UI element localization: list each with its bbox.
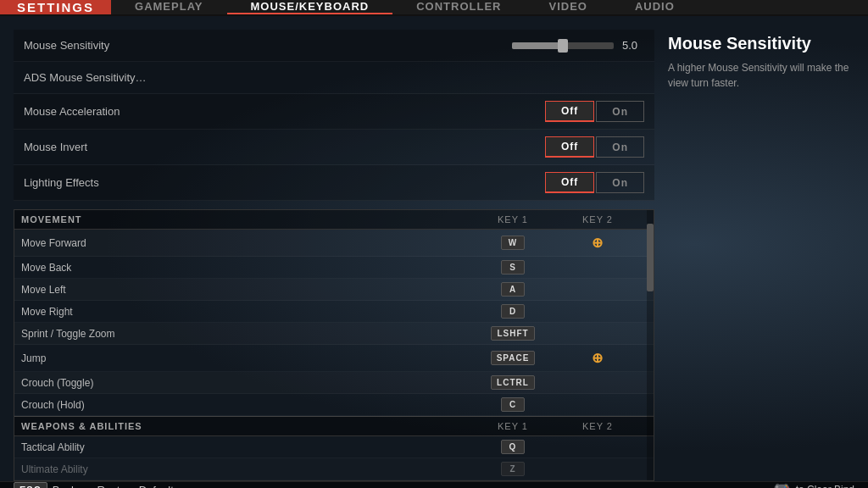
clear-bind-text: to Clear Bind [796, 484, 854, 488]
action-crouch-hold: Crouch (Hold) [21, 399, 470, 411]
mouse-invert-off[interactable]: Off [545, 136, 594, 158]
key1-move-right[interactable]: D [470, 304, 555, 319]
mouse-invert-on[interactable]: On [596, 136, 644, 158]
nav-tabs: GAMEPLAY MOUSE/KEYBOARD CONTROLLER VIDEO… [111, 0, 868, 14]
key-badge-d: D [501, 304, 525, 319]
lighting-effects-on[interactable]: On [596, 172, 644, 193]
key-badge-z: Z [501, 462, 525, 476]
controller-hint-icon: 🎮 [772, 480, 791, 488]
esc-key-badge: ESC [14, 482, 47, 488]
movement-header: MOVEMENT KEY 1 KEY 2 [14, 210, 654, 230]
mouse-acceleration-on[interactable]: On [596, 101, 644, 122]
keybind-row-ultimate: Ultimate Ability Z [14, 458, 654, 480]
mouse-acceleration-row: Mouse Acceleration Off On [14, 94, 654, 130]
lighting-effects-off[interactable]: Off [545, 172, 594, 193]
slider-fill [512, 42, 563, 49]
weapons-key1-col: KEY 1 [470, 421, 555, 431]
weapons-title: WEAPONS & ABILITIES [21, 421, 470, 431]
key1-sprint[interactable]: LSHFT [470, 326, 555, 341]
clear-bind-hint: 🎮 to Clear Bind [772, 480, 854, 488]
action-jump: Jump [21, 352, 470, 364]
tab-gameplay[interactable]: GAMEPLAY [111, 0, 226, 14]
tab-mouse-keyboard[interactable]: MOUSE/KEYBOARD [227, 0, 393, 14]
back-label: Back [53, 484, 77, 489]
left-panel: Mouse Sensitivity 5.0 ADS Mouse Sensitiv… [14, 30, 654, 481]
top-bar: SETTINGS GAMEPLAY MOUSE/KEYBOARD CONTROL… [0, 0, 868, 16]
mouse-invert-label: Mouse Invert [24, 141, 545, 153]
scrollbar-thumb [647, 224, 654, 291]
right-panel: Mouse Sensitivity A higher Mouse Sensiti… [668, 30, 854, 481]
key-badge-c: C [501, 397, 525, 412]
settings-title: SETTINGS [0, 0, 111, 14]
key2-move-forward[interactable]: ⊕ [555, 233, 640, 252]
action-crouch-toggle: Crouch (Toggle) [21, 377, 470, 389]
key1-move-back[interactable]: S [470, 260, 555, 274]
lighting-effects-toggle: Off On [545, 172, 644, 193]
mouse-acceleration-off[interactable]: Off [545, 101, 594, 122]
keybind-row-move-forward: Move Forward W ⊕ [14, 230, 654, 257]
action-move-back: Move Back [21, 262, 470, 274]
app-container: SETTINGS GAMEPLAY MOUSE/KEYBOARD CONTROL… [0, 0, 868, 488]
mouse-sensitivity-value: 5.0 [622, 39, 637, 52]
key2-col-header: KEY 2 [555, 214, 640, 225]
action-move-forward: Move Forward [21, 237, 470, 249]
mouse-invert-row: Mouse Invert Off On [14, 130, 654, 165]
key-badge-space: SPACE [491, 351, 536, 365]
mouse-acceleration-label: Mouse Acceleration [24, 105, 545, 118]
main-content: Mouse Sensitivity 5.0 ADS Mouse Sensitiv… [0, 16, 868, 481]
keybind-section: MOVEMENT KEY 1 KEY 2 Move Forward W ⊕ [14, 209, 654, 481]
help-description: A higher Mouse Sensitivity will make the… [668, 60, 854, 91]
action-move-left: Move Left [21, 284, 470, 296]
tab-controller[interactable]: CONTROLLER [392, 0, 525, 14]
scrollbar-track[interactable] [647, 210, 654, 480]
ads-sensitivity-label: ADS Mouse Sensitivity… [24, 71, 644, 84]
key1-move-forward[interactable]: W [470, 236, 555, 250]
keybind-row-jump: Jump SPACE ⊕ [14, 345, 654, 372]
ctrl-icon-forward: ⊕ [586, 233, 609, 252]
slider-track [512, 42, 614, 49]
keybind-row-move-back: Move Back S [14, 257, 654, 279]
key1-jump[interactable]: SPACE [470, 351, 555, 365]
key-badge-s: S [501, 260, 525, 274]
weapons-key2-col: KEY 2 [555, 421, 640, 431]
tab-audio[interactable]: AUDIO [611, 0, 698, 14]
ctrl-icon-jump: ⊕ [586, 348, 609, 368]
ads-sensitivity-row[interactable]: ADS Mouse Sensitivity… [14, 62, 654, 94]
key-badge-lshft: LSHFT [491, 326, 534, 341]
tab-video[interactable]: VIDEO [525, 0, 610, 14]
key-badge-q: Q [501, 440, 525, 454]
keybind-row-crouch-toggle: Crouch (Toggle) LCTRL [14, 372, 654, 394]
key1-crouch-toggle[interactable]: LCTRL [470, 375, 555, 390]
mouse-invert-toggle: Off On [545, 136, 644, 158]
help-title: Mouse Sensitivity [668, 33, 854, 53]
key-badge-w: W [501, 236, 525, 250]
bottom-bar: ESC Back Restore Defaults 🎮 to Clear Bin… [0, 481, 868, 488]
slider-thumb [558, 39, 568, 53]
action-move-right: Move Right [21, 306, 470, 318]
restore-defaults-label: Restore Defaults [97, 484, 180, 489]
lighting-effects-label: Lighting Effects [24, 176, 545, 189]
key-badge-a: A [501, 282, 525, 297]
key2-jump[interactable]: ⊕ [555, 348, 640, 368]
keybind-row-crouch-hold: Crouch (Hold) C [14, 394, 654, 416]
key1-crouch-hold[interactable]: C [470, 397, 555, 412]
lighting-effects-row: Lighting Effects Off On [14, 165, 654, 201]
mouse-sensitivity-slider[interactable]: 5.0 [512, 39, 644, 52]
movement-title: MOVEMENT [21, 214, 470, 225]
mouse-sensitivity-label: Mouse Sensitivity [24, 39, 512, 52]
action-sprint: Sprint / Toggle Zoom [21, 328, 470, 340]
keybind-row-tactical: Tactical Ability Q [14, 436, 654, 458]
key1-ultimate[interactable]: Z [470, 462, 555, 476]
key1-tactical[interactable]: Q [470, 440, 555, 454]
mouse-sensitivity-row: Mouse Sensitivity 5.0 [14, 30, 654, 62]
back-action: ESC Back [14, 482, 77, 488]
keybind-row-move-right: Move Right D [14, 301, 654, 323]
keybind-row-move-left: Move Left A [14, 279, 654, 301]
action-tactical: Tactical Ability [21, 441, 470, 453]
restore-defaults-action[interactable]: Restore Defaults [97, 484, 180, 489]
action-ultimate: Ultimate Ability [21, 463, 470, 475]
keybind-row-sprint: Sprint / Toggle Zoom LSHFT [14, 323, 654, 345]
mouse-acceleration-toggle: Off On [545, 101, 644, 122]
weapons-header: WEAPONS & ABILITIES KEY 1 KEY 2 [14, 416, 654, 436]
key1-move-left[interactable]: A [470, 282, 555, 297]
